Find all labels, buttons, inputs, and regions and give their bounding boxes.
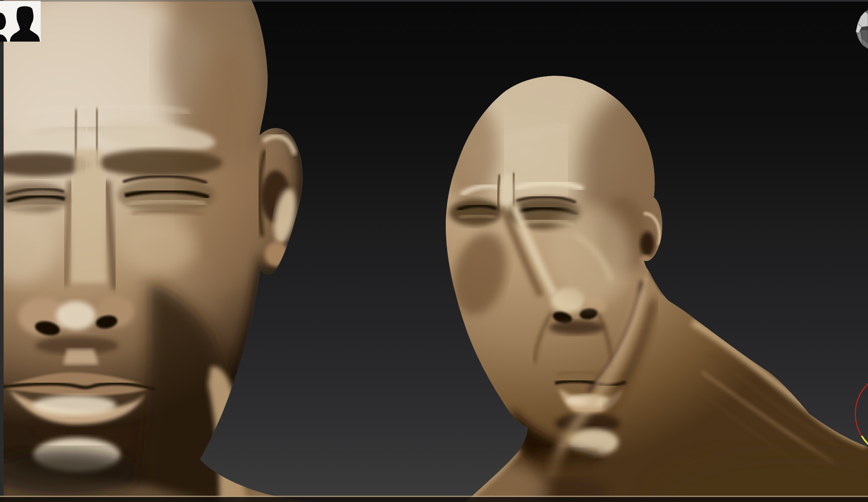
- bottom-canvas-strip: [0, 497, 868, 502]
- top-canvas-border: [0, 0, 868, 1]
- bottom-canvas-line: [0, 496, 868, 497]
- tool-thumbnails[interactable]: [0, 1, 41, 42]
- document-canvas[interactable]: [0, 0, 868, 502]
- right-head-left-eye: [449, 199, 502, 226]
- nose-tip-highlight: [56, 301, 96, 330]
- philtrum: [63, 349, 99, 365]
- left-canvas-border: [0, 0, 4, 502]
- sculpt-viewport[interactable]: [0, 0, 868, 502]
